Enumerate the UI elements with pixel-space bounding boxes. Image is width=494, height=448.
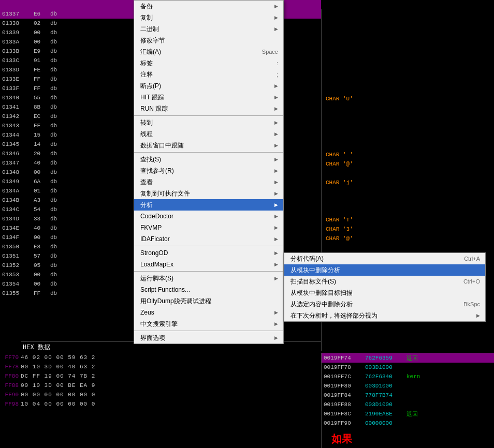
ctx-menu-item[interactable]: 数据窗口中跟随▶ [134, 140, 283, 151]
row-addr: 01345 [0, 141, 34, 147]
ctx-menu-item[interactable]: HIT 跟踪▶ [134, 92, 283, 103]
row-hex: FF [34, 123, 48, 129]
ctx-menu-item[interactable]: 界面选项▶ [134, 332, 283, 344]
ctx-menu-item[interactable]: IDAFicator▶ [134, 233, 283, 245]
sub-ctx-menu-item[interactable]: 从模块中删除目标扫描 [284, 287, 485, 298]
row-addr: 01351 [0, 253, 34, 259]
stack-addr: 0019FF7C [324, 374, 365, 380]
stack-row: 0019FF80003D1000 [322, 381, 494, 391]
ctx-item-arrow: ▶ [274, 131, 278, 137]
sub-ctx-menu-item[interactable]: 在下次分析时，将选择部分视为▶ [284, 310, 485, 321]
row-hex: 91 [34, 57, 48, 64]
rp-row: CHAR 'j' [324, 178, 492, 187]
hex-row-bytes: 00 10 3D 00 40 63 2 [21, 364, 321, 370]
ctx-menu-item[interactable]: 标签: [134, 57, 283, 69]
ctx-menu-item[interactable]: Zeus▶ [134, 307, 283, 318]
ctx-item-label: HIT 跟踪 [140, 93, 164, 102]
stack-val: 762F6340 [365, 374, 406, 380]
ctx-menu-item[interactable]: 二进制▶ [134, 23, 283, 35]
ctx-menu-item[interactable]: 运行脚本(S)▶ [134, 273, 283, 284]
ctx-item-arrow: ▶ [274, 106, 278, 111]
ctx-item-arrow: ▶ [274, 95, 278, 100]
ctx-item-label: 二进制 [140, 25, 159, 34]
ctx-menu-item[interactable]: StrongOD▶ [134, 247, 283, 259]
row-addr: 0133E [0, 76, 34, 82]
ctx-item-label: 复制 [140, 13, 153, 22]
stack-val: 003D1000 [365, 383, 406, 389]
row-addr: 01337 [0, 11, 34, 17]
rp-value: CHAR ' ' [326, 152, 353, 158]
row-addr: 01343 [0, 123, 34, 129]
sub-ctx-item-shortcut: BkSpc [463, 301, 480, 307]
sub-ctx-menu-item[interactable]: 从选定内容中删除分析BkSpc [284, 298, 485, 310]
ctx-item-label: Script Functions... [140, 286, 190, 293]
ctx-menu-item[interactable]: 备份▶ [134, 1, 283, 12]
stack-val: 00000000 [365, 420, 406, 426]
rp-row [324, 131, 492, 141]
ctx-item-arrow: ▶ [274, 157, 278, 162]
row-addr: 01353 [0, 272, 34, 278]
rp-row [324, 206, 492, 215]
row-addr: 01350 [0, 244, 34, 250]
ctx-menu-item[interactable]: 断点(P)▶ [134, 80, 283, 92]
hex-row: FF80DC FF 19 00 74 7B 2 [0, 371, 321, 381]
ctx-menu-item[interactable]: 线程▶ [134, 128, 283, 140]
row-hex: 57 [34, 253, 48, 259]
ctx-menu-item[interactable]: CodeDoctor▶ [134, 211, 283, 222]
ctx-separator [134, 271, 283, 272]
ctx-menu-item[interactable]: 分析▶ [134, 199, 283, 211]
ctx-item-label: FKVMP [140, 224, 162, 231]
ctx-menu-item[interactable]: FKVMP▶ [134, 222, 283, 233]
row-hex: 01 [34, 188, 48, 194]
row-hex: E8 [34, 244, 48, 250]
hex-row-addr: FF70 [0, 354, 21, 361]
row-addr: 0133B [0, 48, 34, 54]
ctx-separator [134, 152, 283, 153]
sub-ctx-menu-item[interactable]: 扫描目标文件(S)Ctrl+O [284, 276, 485, 287]
ctx-menu-item[interactable]: 注释; [134, 69, 283, 80]
ctx-menu-item[interactable]: 查找参考(R)▶ [134, 165, 283, 176]
sub-ctx-menu-item[interactable]: 分析代码(A)Ctrl+A [284, 253, 485, 264]
ctx-item-arrow: ▶ [274, 83, 278, 88]
sub-ctx-item-label: 在下次分析时，将选择部分视为 [290, 311, 377, 320]
ctx-item-label: 线程 [140, 130, 153, 139]
hex-header-label: HEX 数据 [23, 343, 50, 352]
ctx-menu-item[interactable]: 用OllyDump脱壳调试进程 [134, 295, 283, 307]
row-addr: 01339 [0, 29, 34, 36]
ctx-menu-item[interactable]: 复制▶ [134, 12, 283, 23]
ctx-menu-item[interactable]: 复制到可执行文件▶ [134, 188, 283, 199]
rp-row [324, 29, 492, 38]
rp-row [324, 76, 492, 85]
ctx-item-label: 备份 [140, 2, 153, 11]
ctx-item-label: Zeus [140, 309, 154, 316]
ctx-menu-item[interactable]: 中文搜索引擎▶ [134, 318, 283, 330]
ctx-menu-item[interactable]: Script Functions... [134, 284, 283, 295]
rp-row [324, 85, 492, 94]
ctx-separator [134, 331, 283, 331]
ctx-item-arrow: ▶ [274, 262, 278, 267]
rp-row: CHAR '@' [324, 159, 492, 169]
ctx-menu-item[interactable]: RUN 跟踪▶ [134, 103, 283, 114]
ctx-menu-item[interactable]: 汇编(A)Space [134, 46, 283, 57]
ctx-menu-item[interactable]: 转到▶ [134, 117, 283, 128]
ctx-menu-item[interactable]: LoadMapEx▶ [134, 259, 283, 270]
row-addr: 0134A [0, 188, 34, 194]
rp-value: CHAR 'U' [326, 96, 353, 102]
stack-row: 0019FF84778F7B74 [322, 391, 494, 400]
ctx-item-arrow: ▶ [274, 250, 278, 256]
sub-ctx-menu-item[interactable]: 从模块中删除分析 [284, 264, 485, 276]
row-hex: 00 [34, 39, 48, 45]
rp-row [324, 10, 492, 20]
ctx-item-arrow: ▶ [274, 236, 278, 242]
row-addr: 01347 [0, 160, 34, 166]
ctx-menu-item[interactable]: 查找(S)▶ [134, 154, 283, 165]
ctx-menu-item[interactable]: 查看▶ [134, 176, 283, 188]
stack-val: 003D1000 [365, 364, 406, 370]
row-addr: 0133F [0, 85, 34, 92]
stack-row: 0019FF9000000000 [322, 419, 494, 428]
ctx-item-arrow: ▶ [274, 168, 278, 173]
rp-value: CHAR 'j' [326, 180, 353, 186]
row-hex: A3 [34, 197, 48, 203]
rp-value: CHAR '3' [326, 226, 353, 232]
ctx-menu-item[interactable]: 修改字节 [134, 35, 283, 46]
